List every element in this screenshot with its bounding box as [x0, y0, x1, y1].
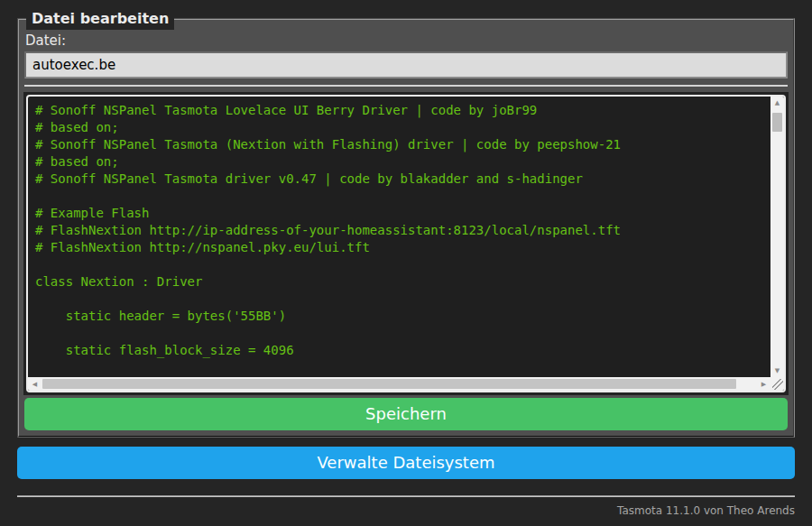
resize-grip-icon[interactable] [772, 379, 783, 390]
scrollbar-corner [770, 377, 784, 391]
save-button[interactable]: Speichern [24, 398, 788, 430]
scroll-down-icon[interactable]: ▼ [770, 365, 784, 377]
code-editor-wrapper: # Sonoff NSPanel Tasmota Lovelace UI Ber… [23, 92, 789, 395]
horizontal-scrollbar[interactable]: ◀ ▶ [28, 377, 770, 391]
horizontal-scroll-track[interactable] [42, 377, 757, 391]
footer-divider [17, 495, 795, 497]
page-container: Datei bearbeiten Datei: # Sonoff NSPanel… [17, 18, 795, 518]
version-link[interactable]: Tasmota 11.1.0 von Theo Arends [617, 504, 795, 517]
code-editor[interactable]: # Sonoff NSPanel Tasmota Lovelace UI Ber… [26, 95, 786, 392]
footer: Tasmota 11.1.0 von Theo Arends [17, 495, 795, 518]
horizontal-scroll-thumb[interactable] [42, 379, 736, 389]
divider [24, 85, 788, 87]
code-content: # Sonoff NSPanel Tasmota Lovelace UI Ber… [28, 97, 770, 377]
scroll-up-icon[interactable]: ▲ [770, 97, 784, 109]
vertical-scroll-track[interactable] [770, 109, 784, 365]
scroll-right-icon[interactable]: ▶ [757, 378, 770, 391]
edit-file-panel: Datei bearbeiten Datei: # Sonoff NSPanel… [17, 18, 795, 438]
file-label: Datei: [25, 32, 788, 49]
manage-filesystem-button[interactable]: Verwalte Dateisystem [17, 447, 795, 479]
vertical-scroll-thumb[interactable] [772, 113, 782, 132]
filename-input[interactable] [24, 51, 788, 78]
panel-legend: Datei bearbeiten [26, 8, 174, 30]
manage-filesystem-row: Verwalte Dateisystem [17, 447, 795, 479]
scroll-left-icon[interactable]: ◀ [28, 378, 42, 391]
vertical-scrollbar[interactable]: ▲ ▼ [770, 97, 784, 377]
